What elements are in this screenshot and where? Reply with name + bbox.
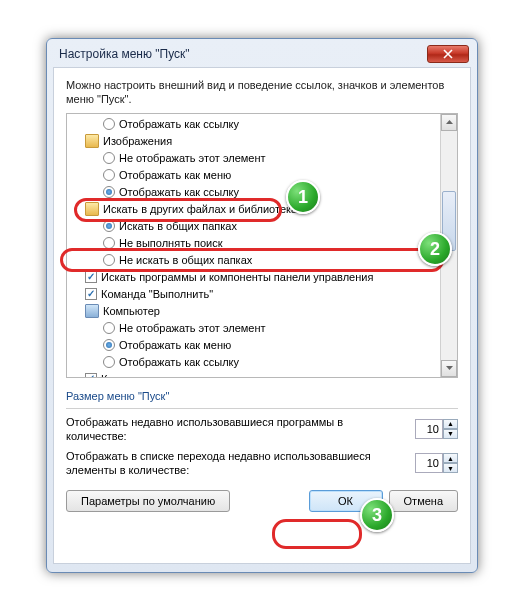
spinner-label: Отображать недавно использовавшиеся прог… <box>66 415 376 444</box>
tree-check-row[interactable]: Команда "Выполнить" <box>67 286 457 303</box>
client-area: Можно настроить внешний вид и поведение … <box>53 67 471 564</box>
tree-label: Не выполнять поиск <box>119 237 223 249</box>
cancel-button[interactable]: Отмена <box>389 490 458 512</box>
checkbox-icon <box>85 373 97 378</box>
computer-icon <box>85 304 99 318</box>
spin-down-button[interactable]: ▼ <box>443 463 458 473</box>
tree-radio-row[interactable]: Искать в общих папках <box>67 218 457 235</box>
folder-icon <box>85 134 99 148</box>
radio-icon <box>103 356 115 368</box>
tree-label: Искать программы и компоненты панели упр… <box>101 271 373 283</box>
tree-radio-row[interactable]: Отображать как меню <box>67 337 457 354</box>
tree-label: Компьютер <box>103 305 160 317</box>
annotation-badge: 1 <box>286 180 320 214</box>
tree-label: Не отображать этот элемент <box>119 152 266 164</box>
chevron-down-icon <box>446 366 453 370</box>
tree-label: Отображать как ссылку <box>119 356 239 368</box>
chevron-up-icon <box>446 120 453 124</box>
scroll-up-button[interactable] <box>441 114 457 131</box>
tree-radio-row[interactable]: Не отображать этот элемент <box>67 150 457 167</box>
titlebar: Настройка меню "Пуск" <box>53 45 471 67</box>
tree-label: Команда "Выполнить" <box>101 288 213 300</box>
radio-icon <box>103 220 115 232</box>
radio-icon <box>103 254 115 266</box>
dialog-window: Настройка меню "Пуск" Можно настроить вн… <box>46 38 478 573</box>
divider <box>66 408 458 409</box>
radio-icon <box>103 322 115 334</box>
tree-label: Искать в общих папках <box>119 220 237 232</box>
tree-radio-row[interactable]: Отображать как меню <box>67 167 457 184</box>
jumplist-row: Отображать в списке перехода недавно исп… <box>66 449 458 478</box>
close-icon <box>443 49 453 59</box>
tree-group[interactable]: Компьютер <box>67 303 457 320</box>
tree-radio-row[interactable]: Не отображать этот элемент <box>67 320 457 337</box>
tree-label: Искать в других файлах и библиотеках <box>103 203 303 215</box>
recent-programs-row: Отображать недавно использовавшиеся прог… <box>66 415 458 444</box>
window-title: Настройка меню "Пуск" <box>59 47 190 61</box>
spin-up-button[interactable]: ▲ <box>443 419 458 429</box>
radio-icon <box>103 186 115 198</box>
tree-label: Отображать как меню <box>119 339 231 351</box>
jumplist-spinner: ▲ ▼ <box>415 453 458 473</box>
tree-radio-row[interactable]: Не выполнять поиск <box>67 235 457 252</box>
scroll-down-button[interactable] <box>441 360 457 377</box>
folder-icon <box>85 202 99 216</box>
tree-check-row[interactable]: Искать программы и компоненты панели упр… <box>67 269 457 286</box>
tree-label: Крупные значки <box>101 373 182 378</box>
tree-group[interactable]: Искать в других файлах и библиотеках <box>67 201 457 218</box>
tree-group[interactable]: Изображения <box>67 133 457 150</box>
spin-down-button[interactable]: ▼ <box>443 429 458 439</box>
radio-icon <box>103 118 115 130</box>
tree-label: Отображать как ссылку <box>119 186 239 198</box>
tree-label: Отображать как меню <box>119 169 231 181</box>
checkbox-icon <box>85 288 97 300</box>
checkbox-icon <box>85 271 97 283</box>
tree-radio-row[interactable]: Отображать как ссылку <box>67 354 457 371</box>
radio-icon <box>103 237 115 249</box>
radio-icon <box>103 169 115 181</box>
tree-label: Не отображать этот элемент <box>119 322 266 334</box>
radio-icon <box>103 152 115 164</box>
annotation-badge: 2 <box>418 232 452 266</box>
tree-radio-row[interactable]: Отображать как ссылку <box>67 184 457 201</box>
close-button[interactable] <box>427 45 469 63</box>
annotation-badge: 3 <box>360 498 394 532</box>
jumplist-input[interactable] <box>415 453 443 473</box>
tree-label: Отображать как ссылку <box>119 118 239 130</box>
recent-programs-input[interactable] <box>415 419 443 439</box>
tree-label: Изображения <box>103 135 172 147</box>
tree-label: Не искать в общих папках <box>119 254 252 266</box>
recent-programs-spinner: ▲ ▼ <box>415 419 458 439</box>
defaults-button[interactable]: Параметры по умолчанию <box>66 490 230 512</box>
radio-icon <box>103 339 115 351</box>
tree-radio-row[interactable]: Отображать как ссылку <box>67 116 457 133</box>
spin-up-button[interactable]: ▲ <box>443 453 458 463</box>
description-text: Можно настроить внешний вид и поведение … <box>66 78 458 107</box>
tree-check-row[interactable]: Крупные значки <box>67 371 457 378</box>
section-title: Размер меню "Пуск" <box>66 390 458 402</box>
button-row: Параметры по умолчанию ОК Отмена <box>66 490 458 512</box>
tree-radio-row[interactable]: Не искать в общих папках <box>67 252 457 269</box>
options-tree: Отображать как ссылку Изображения Не ото… <box>66 113 458 378</box>
spinner-label: Отображать в списке перехода недавно исп… <box>66 449 376 478</box>
